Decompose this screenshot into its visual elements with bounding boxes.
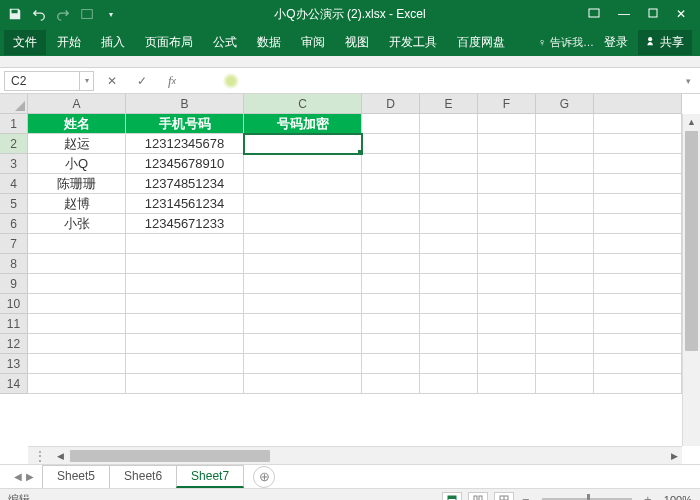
cell-C12[interactable]	[244, 334, 362, 354]
cancel-icon[interactable]: ✕	[100, 71, 124, 91]
cell-B8[interactable]	[126, 254, 244, 274]
col-header-G[interactable]: G	[536, 94, 594, 114]
cell-A3[interactable]: 小Q	[28, 154, 126, 174]
zoom-level[interactable]: 100%	[664, 494, 692, 501]
sheet-tab-sheet7[interactable]: Sheet7	[176, 465, 244, 488]
cell-E6[interactable]	[420, 214, 478, 234]
tab-page-layout[interactable]: 页面布局	[136, 30, 202, 55]
tab-home[interactable]: 开始	[48, 30, 90, 55]
cell-G3[interactable]	[536, 154, 594, 174]
cell-E10[interactable]	[420, 294, 478, 314]
cell-F12[interactable]	[478, 334, 536, 354]
cell-C11[interactable]	[244, 314, 362, 334]
cell-A13[interactable]	[28, 354, 126, 374]
cell-F2[interactable]	[478, 134, 536, 154]
cell-G7[interactable]	[536, 234, 594, 254]
row-header-8[interactable]: 8	[0, 254, 28, 274]
scroll-left-icon[interactable]: ◀	[52, 451, 68, 461]
cell-G14[interactable]	[536, 374, 594, 394]
cell-A14[interactable]	[28, 374, 126, 394]
tab-data[interactable]: 数据	[248, 30, 290, 55]
row-header-12[interactable]: 12	[0, 334, 28, 354]
col-header-D[interactable]: D	[362, 94, 420, 114]
cell-B2[interactable]: 12312345678	[126, 134, 244, 154]
qat-dropdown-icon[interactable]: ▾	[104, 7, 118, 21]
sheet-tab-sheet5[interactable]: Sheet5	[42, 465, 110, 488]
cell-G2[interactable]	[536, 134, 594, 154]
select-all-corner[interactable]	[0, 94, 28, 114]
row-header-3[interactable]: 3	[0, 154, 28, 174]
tab-insert[interactable]: 插入	[92, 30, 134, 55]
tab-formulas[interactable]: 公式	[204, 30, 246, 55]
qat-icon-4[interactable]	[80, 7, 94, 21]
page-break-view-icon[interactable]	[494, 492, 514, 501]
tab-developer[interactable]: 开发工具	[380, 30, 446, 55]
cell-B7[interactable]	[126, 234, 244, 254]
zoom-out-button[interactable]: −	[520, 492, 532, 500]
cell-D13[interactable]	[362, 354, 420, 374]
cell-D3[interactable]	[362, 154, 420, 174]
sheet-prev-icon[interactable]: ◀	[14, 471, 22, 482]
cell-C8[interactable]	[244, 254, 362, 274]
cell-A5[interactable]: 赵博	[28, 194, 126, 214]
cell-C4[interactable]	[244, 174, 362, 194]
undo-icon[interactable]	[32, 7, 46, 21]
cell-F3[interactable]	[478, 154, 536, 174]
zoom-in-button[interactable]: +	[642, 492, 654, 500]
name-box-dropdown-icon[interactable]: ▾	[80, 71, 94, 91]
cell-B12[interactable]	[126, 334, 244, 354]
row-header-2[interactable]: 2	[0, 134, 28, 154]
name-box[interactable]: C2	[4, 71, 80, 91]
cell-G9[interactable]	[536, 274, 594, 294]
row-header-5[interactable]: 5	[0, 194, 28, 214]
cell-B9[interactable]	[126, 274, 244, 294]
cell-A4[interactable]: 陈珊珊	[28, 174, 126, 194]
col-header-E[interactable]: E	[420, 94, 478, 114]
cell-F10[interactable]	[478, 294, 536, 314]
cell-D9[interactable]	[362, 274, 420, 294]
row-header-11[interactable]: 11	[0, 314, 28, 334]
formula-expand-icon[interactable]: ▾	[680, 76, 696, 86]
tab-file[interactable]: 文件	[4, 30, 46, 55]
cell-G4[interactable]	[536, 174, 594, 194]
cell-C5[interactable]	[244, 194, 362, 214]
cell-B13[interactable]	[126, 354, 244, 374]
cell-E8[interactable]	[420, 254, 478, 274]
row-header-13[interactable]: 13	[0, 354, 28, 374]
redo-icon[interactable]	[56, 7, 70, 21]
hscroll-thumb[interactable]	[70, 450, 270, 462]
col-header-C[interactable]: C	[244, 94, 362, 114]
cell-C13[interactable]	[244, 354, 362, 374]
cell-G6[interactable]	[536, 214, 594, 234]
fx-icon[interactable]: fx	[160, 71, 184, 91]
new-sheet-button[interactable]: ⊕	[253, 466, 275, 488]
cell-G1[interactable]	[536, 114, 594, 134]
cell-E1[interactable]	[420, 114, 478, 134]
cell-D4[interactable]	[362, 174, 420, 194]
cell-F5[interactable]	[478, 194, 536, 214]
close-icon[interactable]: ✕	[676, 7, 686, 21]
tell-me[interactable]: 告诉我…	[550, 35, 594, 50]
cell-B14[interactable]	[126, 374, 244, 394]
cell-F13[interactable]	[478, 354, 536, 374]
cell-C9[interactable]	[244, 274, 362, 294]
cell-D14[interactable]	[362, 374, 420, 394]
cell-F11[interactable]	[478, 314, 536, 334]
cell-F7[interactable]	[478, 234, 536, 254]
cell-B3[interactable]: 12345678910	[126, 154, 244, 174]
cell-E7[interactable]	[420, 234, 478, 254]
scroll-up-icon[interactable]: ▲	[683, 114, 700, 130]
login-link[interactable]: 登录	[598, 30, 634, 55]
share-button[interactable]: 共享	[638, 30, 692, 55]
cell-C14[interactable]	[244, 374, 362, 394]
sheet-next-icon[interactable]: ▶	[26, 471, 34, 482]
tab-baidu[interactable]: 百度网盘	[448, 30, 514, 55]
page-layout-view-icon[interactable]	[468, 492, 488, 501]
cell-D2[interactable]	[362, 134, 420, 154]
vertical-scrollbar[interactable]: ▲	[682, 114, 700, 446]
cell-F8[interactable]	[478, 254, 536, 274]
cell-A2[interactable]: 赵运	[28, 134, 126, 154]
sheet-tab-sheet6[interactable]: Sheet6	[109, 465, 177, 488]
cell-F4[interactable]	[478, 174, 536, 194]
cell-B5[interactable]: 12314561234	[126, 194, 244, 214]
